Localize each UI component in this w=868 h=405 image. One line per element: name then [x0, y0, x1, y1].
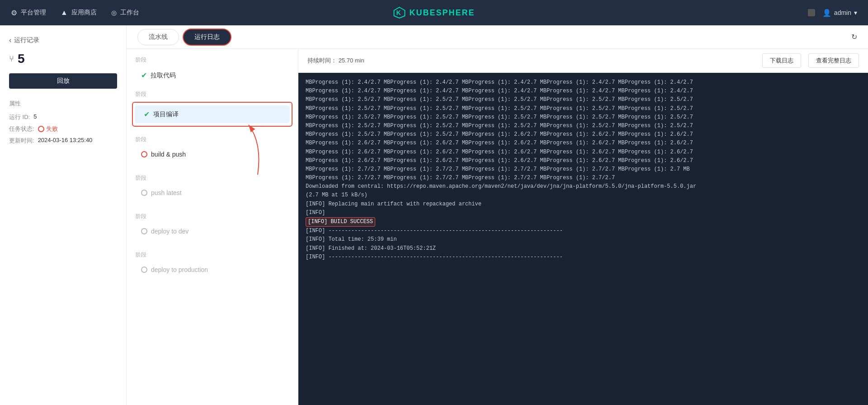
stage-item-pull[interactable]: ✔ 拉取代码: [132, 67, 292, 84]
properties-section: 属性 运行 ID: 5 任务状态: 失败 更新时间: 2024-03-16 13…: [0, 92, 126, 150]
appstore-label: 应用商店: [71, 9, 97, 17]
log-line: [INFO] Total time: 25:39 min: [306, 235, 861, 244]
log-line: MBProgress (1): 2.5/2.7 MBProgress (1): …: [306, 105, 861, 113]
replay-button[interactable]: 回放: [9, 73, 117, 89]
brand-logo: K KUBESPHERE: [393, 6, 475, 19]
stage-label-deploy-prod: 阶段: [127, 248, 298, 261]
user-menu[interactable]: 👤 admin ▾: [822, 9, 857, 17]
brand-name: KUBESPHERE: [409, 8, 475, 18]
stage-item-deploy-dev[interactable]: deploy to dev: [132, 223, 292, 239]
topnav-right: 👤 admin ▾: [808, 9, 857, 17]
top-navigation: ⚙ 平台管理 ▲ 应用商店 ◎ 工作台 K KUBESPHERE 👤 admin…: [0, 0, 868, 25]
update-time-value: 2024-03-16 13:25:40: [38, 137, 93, 145]
fail-icon-build: [141, 151, 147, 157]
stage-label-push: 阶段: [127, 171, 298, 184]
tab-bar: 流水线 运行日志 ↻: [127, 25, 868, 49]
log-line: MBProgress (1): 2.4/2.7 MBProgress (1): …: [306, 78, 861, 87]
update-time-prop: 更新时间: 2024-03-16 13:25:40: [9, 135, 117, 147]
run-number: 5: [18, 52, 25, 66]
main-layout: ‹ 运行记录 ⑂ 5 回放 属性 运行 ID: 5 任务状态: 失败 更新时间:: [0, 25, 868, 405]
workspace-nav[interactable]: ◎ 工作台: [111, 9, 139, 17]
stage-name-compile: 项目编译: [153, 110, 179, 119]
log-header: 持续时间： 25.70 min 下载日志 查看完整日志: [298, 49, 868, 73]
svg-text:K: K: [396, 9, 401, 16]
user-avatar-icon: 👤: [822, 9, 831, 17]
log-line: MBProgress (1): 2.5/2.7 MBProgress (1): …: [306, 95, 861, 104]
log-line: MBProgress (1): 2.5/2.7 MBProgress (1): …: [306, 113, 861, 122]
log-line: [INFO] Finished at: 2024-03-16T05:52:21Z: [306, 244, 861, 253]
content-area: 流水线 运行日志 ↻ 阶段 ✔ 拉取代码 阶段: [127, 25, 868, 405]
log-line: MBProgress (1): 2.6/2.7 MBProgress (1): …: [306, 157, 861, 165]
stage-name-deploy-prod: deploy to production: [151, 266, 208, 273]
screen-icon: [808, 9, 815, 16]
stage-name-build: build & push: [151, 151, 186, 158]
run-id-key: 运行 ID:: [9, 113, 30, 121]
log-line: MBProgress (1): 2.6/2.7 MBProgress (1): …: [306, 139, 861, 148]
pending-icon-push: [141, 190, 147, 196]
log-line: MBProgress (1): 2.5/2.7 MBProgress (1): …: [306, 130, 861, 139]
log-line: MBProgress (1): 2.7/2.7 MBProgress (1): …: [306, 174, 861, 182]
log-line: Downloaded from central: https://repo.ma…: [306, 182, 861, 191]
duration-value: 25.70 min: [339, 57, 364, 64]
appstore-icon: ▲: [61, 9, 68, 17]
stage-label-build: 阶段: [127, 132, 298, 145]
success-icon-compile: ✔: [144, 110, 150, 119]
run-number-display: ⑂ 5: [0, 48, 126, 70]
status-fail-icon: [38, 126, 44, 132]
back-button[interactable]: ‹ 运行记录: [0, 33, 126, 48]
topnav-left-items: ⚙ 平台管理 ▲ 应用商店 ◎ 工作台: [11, 9, 139, 17]
stage-group-deploy-prod: 阶段 deploy to production: [127, 244, 298, 282]
download-log-button[interactable]: 下载日志: [762, 53, 801, 68]
workspace-label: 工作台: [120, 9, 139, 17]
stage-name-deploy-dev: deploy to dev: [151, 228, 189, 235]
stage-name-pull: 拉取代码: [151, 71, 176, 80]
log-line: MBProgress (1): 2.4/2.7 MBProgress (1): …: [306, 87, 861, 95]
log-line: [INFO] BUILD SUCCESS: [306, 217, 375, 227]
stage-compile-redbox: ✔ 项目编译: [132, 102, 292, 127]
workspace-icon: ◎: [111, 9, 117, 16]
stage-name-push: push latest: [151, 189, 182, 196]
split-view: 阶段 ✔ 拉取代码 阶段 ✔ 项目编译 阶段: [127, 49, 868, 405]
stage-label-pull: 阶段: [127, 52, 298, 66]
log-line: MBProgress (1): 2.5/2.7 MBProgress (1): …: [306, 122, 861, 130]
pipeline-panel: 阶段 ✔ 拉取代码 阶段 ✔ 项目编译 阶段: [127, 49, 298, 405]
platform-management-label: 平台管理: [21, 9, 46, 17]
branch-icon: ⑂: [9, 54, 14, 64]
duration-label: 持续时间：: [307, 57, 337, 64]
log-content[interactable]: MBProgress (1): 2.4/2.7 MBProgress (1): …: [298, 73, 868, 405]
refresh-icon[interactable]: ↻: [851, 33, 857, 41]
fullview-log-button[interactable]: 查看完整日志: [808, 53, 859, 68]
gear-icon: ⚙: [11, 9, 17, 17]
log-line: (2.7 MB at 15 kB/s): [306, 191, 861, 200]
log-line: [INFO] ---------------------------------…: [306, 253, 861, 262]
kubesphere-logo-icon: K: [393, 6, 406, 19]
stage-group-pull: 阶段 ✔ 拉取代码: [127, 49, 298, 89]
stage-item-build[interactable]: build & push: [132, 146, 292, 162]
log-line: MBProgress (1): 2.7/2.7 MBProgress (1): …: [306, 165, 861, 174]
properties-title: 属性: [9, 100, 117, 108]
log-line: MBProgress (1): 2.6/2.7 MBProgress (1): …: [306, 148, 861, 157]
stage-group-push: 阶段 push latest: [127, 167, 298, 205]
pending-icon-deploy-dev: [141, 228, 147, 234]
appstore-nav[interactable]: ▲ 应用商店: [61, 9, 97, 17]
user-name: admin: [834, 9, 851, 16]
duration-display: 持续时间： 25.70 min: [307, 57, 755, 65]
run-log-tab[interactable]: 运行日志: [183, 29, 231, 46]
stage-item-push[interactable]: push latest: [132, 185, 292, 201]
stage-group-deploy-dev: 阶段 deploy to dev: [127, 205, 298, 244]
task-status-prop: 任务状态: 失败: [9, 123, 117, 135]
log-line: [INFO]: [306, 209, 861, 217]
stage-item-deploy-prod[interactable]: deploy to production: [132, 262, 292, 278]
log-line: [INFO] ---------------------------------…: [306, 227, 861, 235]
pipeline-tab[interactable]: 流水线: [137, 29, 179, 45]
stage-item-compile[interactable]: ✔ 项目编译: [135, 105, 290, 123]
chevron-down-icon: ▾: [854, 9, 857, 16]
task-status-value: 失败: [38, 125, 58, 133]
log-panel: 持续时间： 25.70 min 下载日志 查看完整日志 MBProgress (…: [298, 49, 868, 405]
chevron-left-icon: ‹: [9, 36, 11, 44]
log-line: [INFO] Replacing main artifact with repa…: [306, 200, 861, 209]
platform-management-nav[interactable]: ⚙ 平台管理: [11, 9, 46, 17]
task-status-key: 任务状态:: [9, 125, 34, 133]
stage-label-deploy-dev: 阶段: [127, 209, 298, 222]
pending-icon-deploy-prod: [141, 267, 147, 273]
